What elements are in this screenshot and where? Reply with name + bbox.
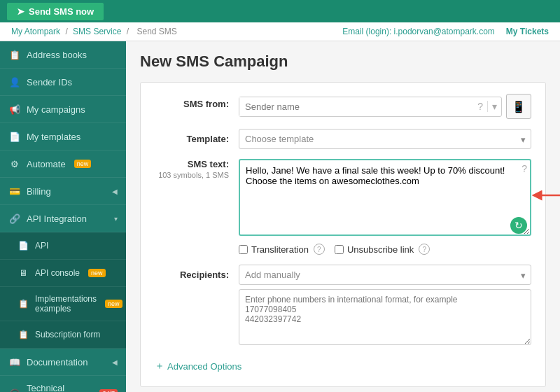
- campaign-form-card: SMS from: ? ▾ 📱 Template:: [140, 82, 546, 387]
- unsubscribe-checkbox-wrap: Unsubscribe link ?: [335, 244, 430, 255]
- page-title: New SMS Campaign: [140, 52, 546, 71]
- sidebar-item-subscription-form[interactable]: 📋 Subscription form: [0, 321, 126, 349]
- sidebar-label-automate: Automate: [27, 159, 66, 169]
- breadcrumb-current: Send SMS: [136, 27, 176, 36]
- unsubscribe-label: Unsubscribe link: [347, 244, 414, 255]
- sidebar-item-implementations[interactable]: 📋 Implementations examples new: [0, 287, 126, 321]
- implementations-icon: 📋: [17, 298, 29, 310]
- sms-text-textarea[interactable]: Hello, Jane! We have a final sale this w…: [239, 159, 531, 236]
- api-integration-arrow: ▾: [114, 215, 118, 223]
- templates-icon: 📄: [8, 130, 21, 143]
- content-area: New SMS Campaign SMS from: ? ▾ 📱: [126, 41, 560, 392]
- transliteration-help-icon[interactable]: ?: [314, 244, 325, 255]
- api-icon: 📄: [17, 239, 29, 252]
- sidebar-item-api-integration[interactable]: 🔗 API Integration ▾: [0, 205, 126, 232]
- subscription-icon: 📋: [17, 328, 29, 341]
- sidebar-item-automate[interactable]: ⚙ Automate new: [0, 150, 126, 178]
- documentation-icon: 📖: [8, 356, 21, 368]
- breadcrumb-sms-service[interactable]: SMS Service: [73, 27, 121, 36]
- sms-text-label: SMS text:: [155, 159, 229, 169]
- sidebar-item-api[interactable]: 📄 API: [0, 232, 126, 260]
- sidebar-label-my-campaigns: My campaigns: [27, 104, 85, 115]
- transliteration-label: Transliteration: [251, 244, 309, 255]
- arrow-right-icon: ➤: [17, 6, 24, 17]
- billing-icon: 💳: [8, 185, 21, 197]
- phone-numbers-textarea[interactable]: [239, 289, 531, 345]
- support-247-badge: 24/7: [99, 389, 118, 392]
- sidebar-label-api-console: API console: [35, 268, 80, 278]
- advanced-options-link[interactable]: ＋ Advanced Options: [155, 357, 531, 375]
- advanced-options-label: Advanced Options: [167, 361, 241, 372]
- template-select[interactable]: Choose template: [239, 129, 531, 149]
- api-integration-icon: 🔗: [8, 212, 21, 225]
- sidebar-item-billing[interactable]: 💳 Billing ◀: [0, 178, 126, 205]
- sms-help-icon[interactable]: ?: [522, 163, 527, 174]
- breadcrumb: My Atompark / SMS Service / Send SMS: [11, 27, 180, 36]
- sidebar-item-my-templates[interactable]: 📄 My templates: [0, 123, 126, 150]
- mobile-preview-button[interactable]: 📱: [506, 94, 531, 119]
- recipients-row: Recipients: Add manually: [155, 265, 531, 347]
- sidebar-label-api: API: [35, 241, 48, 251]
- api-console-new-badge: new: [88, 269, 106, 277]
- plus-icon: ＋: [155, 360, 164, 372]
- billing-arrow: ◀: [112, 188, 118, 195]
- sms-text-row: SMS text: 103 symbols, 1 SMS Hello, Jane…: [155, 159, 531, 238]
- header-email[interactable]: Email (login): i.podorvan@atompark.com: [342, 27, 495, 36]
- sidebar-label-sender-ids: Sender IDs: [27, 77, 72, 88]
- support-icon: 🎧: [8, 387, 21, 392]
- unsubscribe-help-icon[interactable]: ?: [419, 244, 430, 255]
- sidebar-item-address-books[interactable]: 📋 Address books: [0, 41, 126, 69]
- address-books-icon: 📋: [8, 48, 21, 61]
- sidebar-label-api-integration: API Integration: [27, 214, 87, 224]
- emoji-button[interactable]: ↻: [510, 217, 527, 234]
- campaigns-icon: 📢: [8, 103, 21, 115]
- refresh-icon: ↻: [514, 220, 523, 231]
- template-label: Template:: [155, 129, 239, 144]
- sender-ids-icon: 👤: [8, 76, 21, 88]
- sender-name-input[interactable]: [239, 97, 473, 116]
- sidebar-label-address-books: Address books: [27, 50, 87, 60]
- my-tickets-link[interactable]: My Tickets: [506, 27, 549, 36]
- sidebar-label-technical-support: Technical support: [27, 383, 91, 392]
- sms-from-label: SMS from:: [155, 94, 239, 109]
- breadcrumb-bar: My Atompark / SMS Service / Send SMS Ema…: [0, 22, 560, 41]
- sidebar: 📋 Address books 👤 Sender IDs 📢 My campai…: [0, 41, 126, 392]
- sidebar-label-billing: Billing: [27, 186, 51, 197]
- sidebar-item-technical-support[interactable]: 🎧 Technical support 24/7: [0, 376, 126, 392]
- sidebar-label-my-templates: My templates: [27, 132, 80, 142]
- recipients-label: Recipients:: [155, 265, 239, 280]
- breadcrumb-atompark[interactable]: My Atompark: [11, 27, 60, 36]
- sms-from-row: SMS from: ? ▾ 📱: [155, 94, 531, 119]
- transliteration-checkbox-wrap: Transliteration ?: [239, 244, 325, 255]
- checkboxes-row: Transliteration ? Unsubscribe link ?: [155, 244, 531, 255]
- api-console-icon: 🖥: [17, 267, 29, 279]
- docs-arrow: ◀: [112, 358, 118, 366]
- dropdown-icon[interactable]: ▾: [487, 101, 501, 112]
- help-icon[interactable]: ?: [473, 101, 487, 112]
- sidebar-item-api-console[interactable]: 🖥 API console new: [0, 260, 126, 287]
- mobile-icon: 📱: [512, 100, 526, 113]
- sidebar-label-subscription-form: Subscription form: [35, 330, 100, 340]
- template-row: Template: Choose template: [155, 129, 531, 149]
- sidebar-label-documentation: Documentation: [27, 357, 88, 368]
- sidebar-item-my-campaigns[interactable]: 📢 My campaigns: [0, 96, 126, 123]
- automate-new-badge: new: [74, 160, 92, 168]
- send-sms-now-button[interactable]: ➤ Send SMS now: [7, 3, 104, 20]
- advanced-options-row: ＋ Advanced Options: [155, 357, 531, 375]
- implementations-new-badge: new: [105, 300, 122, 308]
- sms-counter: 103 symbols, 1 SMS: [155, 171, 229, 179]
- recipients-select[interactable]: Add manually: [239, 265, 531, 285]
- sidebar-item-sender-ids[interactable]: 👤 Sender IDs: [0, 69, 126, 96]
- unsubscribe-checkbox[interactable]: [335, 245, 344, 254]
- sidebar-label-implementations: Implementations examples: [35, 294, 97, 314]
- annotation-arrow: [531, 187, 560, 206]
- automate-icon: ⚙: [8, 158, 21, 170]
- sidebar-item-documentation[interactable]: 📖 Documentation ◀: [0, 349, 126, 376]
- transliteration-checkbox[interactable]: [239, 245, 248, 254]
